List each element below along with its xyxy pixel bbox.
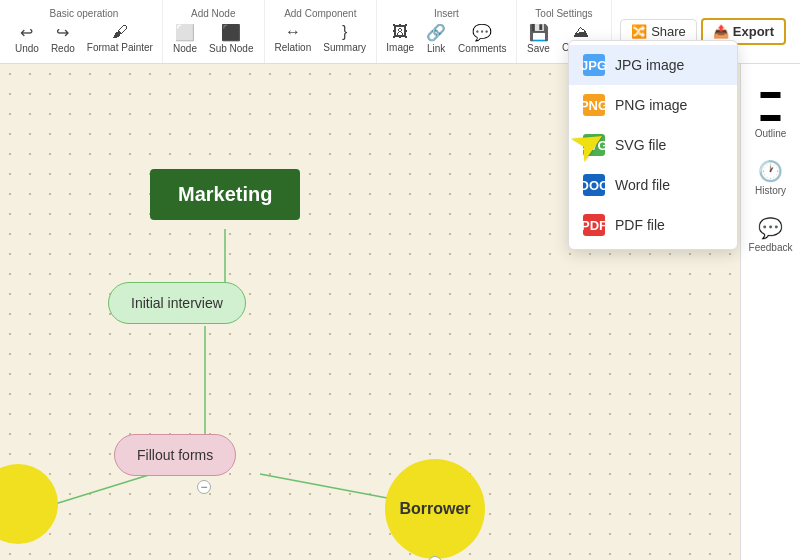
relation-icon: ↔ (285, 23, 301, 41)
save-icon: 💾 (529, 23, 549, 42)
outline-icon: ▬▬ (761, 80, 781, 126)
summary-icon: } (342, 23, 347, 41)
collapse-icon: ⛰ (573, 23, 589, 41)
redo-icon: ↪ (56, 23, 69, 42)
svg-label: SVG file (615, 137, 666, 153)
undo-icon: ↩ (20, 23, 33, 42)
comments-button[interactable]: 💬 Comments (454, 21, 510, 56)
add-node-label: Add Node (191, 8, 235, 19)
borrower-node[interactable]: Borrower (385, 459, 485, 559)
jpg-label: JPG image (615, 57, 684, 73)
jpg-icon: JPG (583, 54, 605, 76)
sub-node-icon: ⬛ (221, 23, 241, 42)
marketing-node[interactable]: Marketing (150, 169, 300, 220)
format-painter-icon: 🖌 (112, 23, 128, 41)
fillout-forms-node[interactable]: Fillout forms (114, 434, 236, 476)
node-icon: ⬜ (175, 23, 195, 42)
node-button[interactable]: ⬜ Node (169, 21, 201, 56)
sidebar-item-history[interactable]: 🕐 History (745, 153, 797, 202)
export-icon: 📤 (713, 24, 729, 39)
insert-group: Insert 🖼 Image 🔗 Link 💬 Comments (377, 0, 517, 63)
svg-line-3 (55, 474, 152, 504)
save-button[interactable]: 💾 Save (523, 21, 554, 56)
sidebar-item-feedback[interactable]: 💬 Feedback (745, 210, 797, 259)
add-component-group: Add Component ↔ Relation } Summary (265, 0, 377, 63)
dropdown-item-pdf[interactable]: PDF PDF file (569, 205, 737, 245)
history-icon: 🕐 (758, 159, 783, 183)
share-label: Share (651, 24, 686, 39)
tool-settings-label: Tool Settings (535, 8, 592, 19)
image-button[interactable]: 🖼 Image (382, 21, 418, 55)
undo-button[interactable]: ↩ Undo (11, 21, 43, 56)
add-node-group: Add Node ⬜ Node ⬛ Sub Node (163, 0, 265, 63)
link-icon: 🔗 (426, 23, 446, 42)
pdf-label: PDF file (615, 217, 665, 233)
word-label: Word file (615, 177, 670, 193)
sub-node-button[interactable]: ⬛ Sub Node (205, 21, 257, 56)
export-label: Export (733, 24, 774, 39)
redo-button[interactable]: ↪ Redo (47, 21, 79, 56)
link-button[interactable]: 🔗 Link (422, 21, 450, 56)
format-painter-button[interactable]: 🖌 Format Painter (83, 21, 157, 55)
summary-button[interactable]: } Summary (319, 21, 370, 55)
comments-icon: 💬 (472, 23, 492, 42)
share-icon: 🔀 (631, 24, 647, 39)
feedback-icon: 💬 (758, 216, 783, 240)
pdf-icon: PDF (583, 214, 605, 236)
basic-operation-group: Basic operation ↩ Undo ↪ Redo 🖌 Format P… (6, 0, 163, 63)
basic-operation-label: Basic operation (49, 8, 118, 19)
right-sidebar: ▬▬ Outline 🕐 History 💬 Feedback (740, 64, 800, 560)
sidebar-item-outline[interactable]: ▬▬ Outline (745, 74, 797, 145)
dropdown-item-jpg[interactable]: JPG JPG image (569, 45, 737, 85)
initial-interview-node[interactable]: Initial interview (108, 282, 246, 324)
image-icon: 🖼 (392, 23, 408, 41)
add-component-label: Add Component (284, 8, 356, 19)
relation-button[interactable]: ↔ Relation (271, 21, 316, 55)
insert-label: Insert (434, 8, 459, 19)
yellow-left-node[interactable] (0, 464, 58, 544)
png-icon: PNG (583, 94, 605, 116)
dropdown-item-word[interactable]: DOC Word file (569, 165, 737, 205)
word-icon: DOC (583, 174, 605, 196)
fillout-collapse-button[interactable]: − (197, 480, 211, 494)
png-label: PNG image (615, 97, 687, 113)
